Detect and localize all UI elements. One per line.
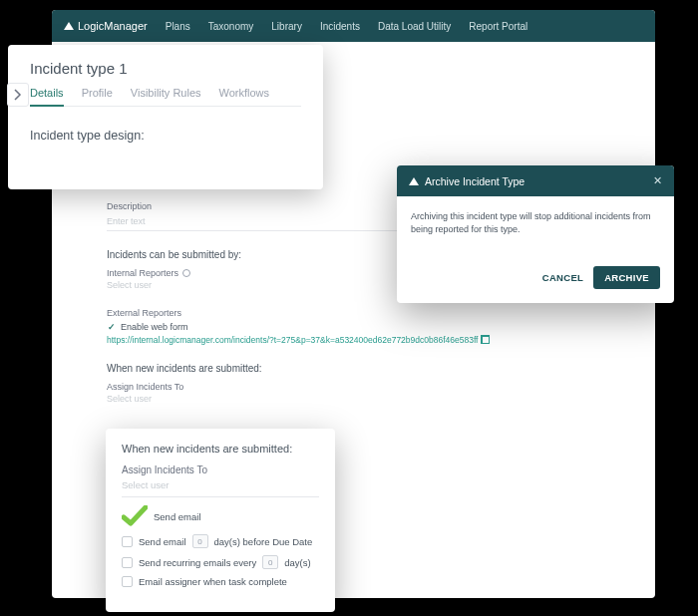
recurring-suffix: day(s) [284,557,310,568]
url-text: https://internal.logicmanager.com/incide… [107,335,478,345]
nav-report-portal[interactable]: Report Portal [469,21,527,32]
topbar: LogicManager Plans Taxonomy Library Inci… [52,10,655,42]
enable-web-form-checkbox[interactable]: Enable web form [121,322,188,332]
archive-modal: Archive Incident Type ✕ Archiving this i… [397,165,674,303]
brand-name: LogicManager [78,20,148,32]
send-email-label: Send email [154,511,201,522]
nav-plans[interactable]: Plans [166,21,190,32]
tabs: Details Profile Visibility Rules Workflo… [30,87,301,107]
nav-library[interactable]: Library [271,21,302,32]
incident-type-card: Incident type 1 Details Profile Visibili… [8,45,323,189]
assign-to-label: Assign Incidents To [122,464,319,475]
logo-icon [64,22,74,30]
gear-icon[interactable] [182,269,190,277]
assign-to-select-bg[interactable]: Select user [107,394,640,404]
design-label: Incident type design: [30,129,301,143]
send-email-row[interactable]: Send email [122,505,319,527]
tab-details[interactable]: Details [30,87,64,107]
modal-title: Archive Incident Type [425,175,524,187]
assignment-card: When new incidents are submitted: Assign… [106,429,335,612]
nav-incidents[interactable]: Incidents [320,21,360,32]
copy-icon[interactable] [482,336,490,344]
email-assigner-label: Email assigner when task complete [139,576,287,587]
assignment-card-title: When new incidents are submitted: [122,443,319,455]
incident-type-title: Incident type 1 [30,60,301,77]
web-form-url[interactable]: https://internal.logicmanager.com/incide… [107,335,640,345]
tab-workflows[interactable]: Workflows [219,87,270,107]
new-incidents-title: When new incidents are submitted: [107,363,640,374]
assign-to-label-bg: Assign Incidents To [107,382,640,392]
recurring-days-input[interactable]: 0 [262,555,278,569]
recurring-email-row[interactable]: Send recurring emails every 0 day(s) [122,555,319,569]
days-before-input[interactable]: 0 [192,534,208,548]
internal-reporters-label: Internal Reporters [107,268,178,278]
before-due-prefix: Send email [139,536,186,547]
external-reporters-label: External Reporters [107,308,640,318]
warning-icon [409,177,419,185]
external-reporters-field: External Reporters ✓ Enable web form htt… [107,308,640,345]
checkbox-icon[interactable] [122,557,133,568]
assign-to-select[interactable]: Select user [122,477,319,497]
brand-logo[interactable]: LogicManager [64,20,148,32]
modal-footer: CANCEL ARCHIVE [397,258,674,303]
close-icon[interactable]: ✕ [653,174,662,187]
recurring-prefix: Send recurring emails every [139,557,256,568]
email-assigner-row[interactable]: Email assigner when task complete [122,576,319,587]
archive-button[interactable]: ARCHIVE [593,266,660,289]
nav-taxonomy[interactable]: Taxonomy [208,21,254,32]
chevron-right-icon [14,89,22,101]
expand-chevron-button[interactable] [7,83,29,107]
nav-data-load[interactable]: Data Load Utility [378,21,451,32]
modal-body: Archiving this incident type will stop a… [397,196,674,258]
check-icon: ✓ [107,323,116,332]
checkbox-icon[interactable] [122,576,133,587]
checkmark-icon [122,505,148,527]
cancel-button[interactable]: CANCEL [542,266,583,289]
send-email-before-due-row[interactable]: Send email 0 day(s) before Due Date [122,534,319,548]
tab-visibility-rules[interactable]: Visibility Rules [131,87,201,107]
checkbox-icon[interactable] [122,536,133,547]
tab-profile[interactable]: Profile [82,87,113,107]
modal-header: Archive Incident Type ✕ [397,165,674,196]
assign-to-field-bg: Assign Incidents To Select user [107,382,640,404]
before-due-suffix: day(s) before Due Date [214,536,313,547]
